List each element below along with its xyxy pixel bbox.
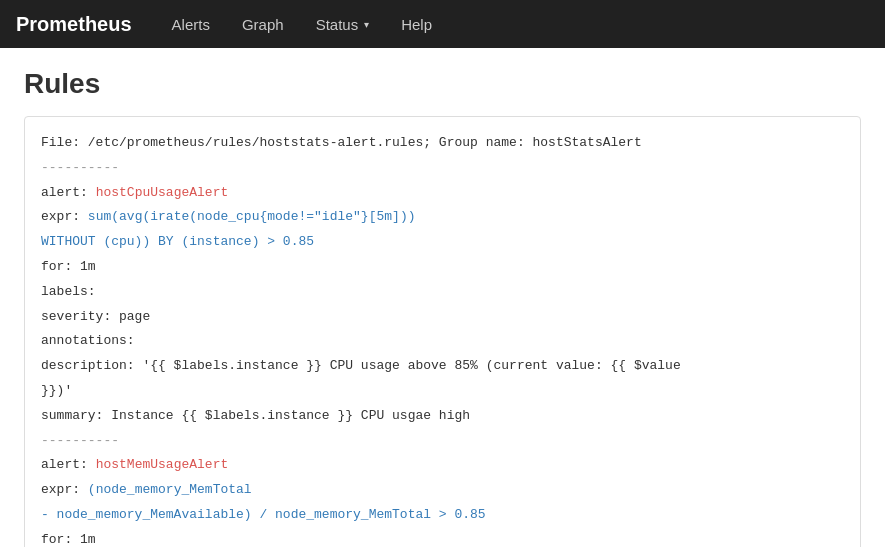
nav-item-graph[interactable]: Graph <box>226 0 300 48</box>
rule1-expr-value1: sum(avg(irate(node_cpu{mode!="idle"}[5m]… <box>88 209 416 224</box>
nav-item-status[interactable]: Status ▾ <box>300 0 386 48</box>
rule2-expr-label: expr: <box>41 482 80 497</box>
rule1-for: for: 1m <box>41 257 844 278</box>
rule2-alert-line: alert: hostMemUsageAlert <box>41 455 844 476</box>
rule2-alert-label: alert: <box>41 457 88 472</box>
rule1-alert-label: alert: <box>41 185 88 200</box>
divider-1: ---------- <box>41 158 844 179</box>
nav-item-status-label: Status <box>316 16 359 33</box>
nav-brand[interactable]: Prometheus <box>16 13 132 36</box>
nav-item-alerts[interactable]: Alerts <box>156 0 226 48</box>
rule1-expr-label: expr: <box>41 209 80 224</box>
rule2-expr-line2: - node_memory_MemAvailable) / node_memor… <box>41 505 844 526</box>
page-content: Rules File: /etc/prometheus/rules/hostst… <box>0 48 885 547</box>
rule2-expr-value2: - node_memory_MemAvailable) / node_memor… <box>41 507 486 522</box>
rule1-expr-line2: WITHOUT (cpu)) BY (instance) > 0.85 <box>41 232 844 253</box>
rule1-alert-line: alert: hostCpuUsageAlert <box>41 183 844 204</box>
rule1-alert-name: hostCpuUsageAlert <box>96 185 229 200</box>
rule1-expr-line1: expr: sum(avg(irate(node_cpu{mode!="idle… <box>41 207 844 228</box>
file-info: File: /etc/prometheus/rules/hoststats-al… <box>41 133 844 154</box>
nav-item-help[interactable]: Help <box>385 0 448 48</box>
rule1-severity: severity: page <box>41 307 844 328</box>
rule1-expr-value2: WITHOUT (cpu)) BY (instance) > 0.85 <box>41 234 314 249</box>
rule2-for: for: 1m <box>41 530 844 547</box>
navbar: Prometheus Alerts Graph Status ▾ Help <box>0 0 885 48</box>
rule1-labels: labels: <box>41 282 844 303</box>
rule1-summary: summary: Instance {{ $labels.instance }}… <box>41 406 844 427</box>
rule1-annotations: annotations: <box>41 331 844 352</box>
rules-box: File: /etc/prometheus/rules/hoststats-al… <box>24 116 861 547</box>
rule2-expr-value1: (node_memory_MemTotal <box>88 482 252 497</box>
rule1-desc2: }})' <box>41 381 844 402</box>
rule2-expr-line1: expr: (node_memory_MemTotal <box>41 480 844 501</box>
page-title: Rules <box>24 68 861 100</box>
rule2-alert-name: hostMemUsageAlert <box>96 457 229 472</box>
divider-2: ---------- <box>41 431 844 452</box>
chevron-down-icon: ▾ <box>364 19 369 30</box>
rule1-desc1: description: '{{ $labels.instance }} CPU… <box>41 356 844 377</box>
